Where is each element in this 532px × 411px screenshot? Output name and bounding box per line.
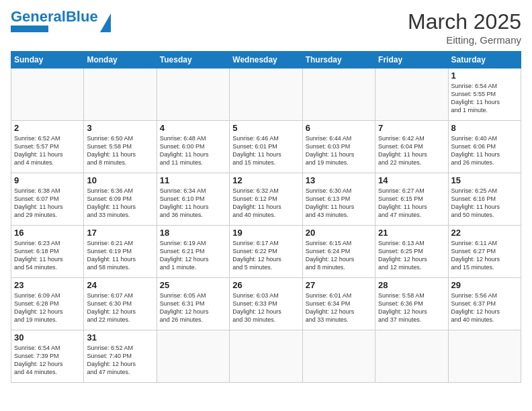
- day-number: 23: [14, 280, 81, 290]
- calendar-cell: 12Sunrise: 6:32 AM Sunset: 6:12 PM Dayli…: [230, 173, 302, 226]
- day-info: Sunrise: 6:21 AM Sunset: 6:19 PM Dayligh…: [87, 240, 136, 271]
- calendar-cell: 19Sunrise: 6:17 AM Sunset: 6:22 PM Dayli…: [230, 226, 302, 278]
- day-info: Sunrise: 6:38 AM Sunset: 6:07 PM Dayligh…: [14, 187, 63, 218]
- calendar-cell: 17Sunrise: 6:21 AM Sunset: 6:19 PM Dayli…: [84, 226, 157, 278]
- day-number: 3: [87, 123, 153, 133]
- day-number: 25: [160, 280, 226, 290]
- calendar-cell: 31Sunrise: 6:52 AM Sunset: 7:40 PM Dayli…: [84, 330, 157, 383]
- day-info: Sunrise: 5:56 AM Sunset: 6:37 PM Dayligh…: [451, 292, 500, 323]
- day-number: 2: [14, 123, 81, 133]
- day-info: Sunrise: 6:25 AM Sunset: 6:16 PM Dayligh…: [451, 187, 500, 218]
- calendar-cell: [157, 330, 229, 383]
- header: GeneralBlue March 2025 Eitting, Germany: [11, 9, 521, 46]
- calendar-table: SundayMondayTuesdayWednesdayThursdayFrid…: [11, 51, 521, 383]
- day-number: 31: [87, 332, 153, 342]
- calendar-cell: 28Sunrise: 5:58 AM Sunset: 6:36 PM Dayli…: [375, 278, 448, 330]
- day-number: 20: [306, 228, 372, 238]
- calendar-cell: 6Sunrise: 6:44 AM Sunset: 6:03 PM Daylig…: [302, 121, 375, 173]
- calendar-week-row: 23Sunrise: 6:09 AM Sunset: 6:28 PM Dayli…: [11, 278, 521, 330]
- calendar-cell: [375, 330, 448, 383]
- weekday-header-thursday: Thursday: [302, 52, 375, 68]
- calendar-cell: 8Sunrise: 6:40 AM Sunset: 6:06 PM Daylig…: [448, 121, 521, 173]
- day-number: 13: [306, 175, 372, 185]
- calendar-cell: 10Sunrise: 6:36 AM Sunset: 6:09 PM Dayli…: [84, 173, 157, 226]
- calendar-cell: 1Sunrise: 6:54 AM Sunset: 5:55 PM Daylig…: [448, 68, 521, 121]
- day-number: 17: [87, 228, 153, 238]
- calendar-cell: 21Sunrise: 6:13 AM Sunset: 6:25 PM Dayli…: [375, 226, 448, 278]
- day-info: Sunrise: 6:17 AM Sunset: 6:22 PM Dayligh…: [232, 240, 281, 271]
- day-info: Sunrise: 6:07 AM Sunset: 6:30 PM Dayligh…: [87, 292, 136, 323]
- calendar-cell: 22Sunrise: 6:11 AM Sunset: 6:27 PM Dayli…: [448, 226, 521, 278]
- day-info: Sunrise: 6:52 AM Sunset: 5:57 PM Dayligh…: [14, 135, 63, 166]
- day-number: 28: [378, 280, 445, 290]
- day-number: 26: [232, 280, 299, 290]
- logo-general: General: [11, 8, 66, 25]
- weekday-header-saturday: Saturday: [448, 52, 521, 68]
- calendar-cell: [84, 68, 157, 121]
- day-info: Sunrise: 6:03 AM Sunset: 6:33 PM Dayligh…: [232, 292, 281, 323]
- calendar-week-row: 2Sunrise: 6:52 AM Sunset: 5:57 PM Daylig…: [11, 121, 521, 173]
- day-info: Sunrise: 6:36 AM Sunset: 6:09 PM Dayligh…: [87, 187, 136, 218]
- calendar-cell: 30Sunrise: 6:54 AM Sunset: 7:39 PM Dayli…: [11, 330, 84, 383]
- title-block: March 2025 Eitting, Germany: [408, 9, 521, 46]
- day-info: Sunrise: 6:15 AM Sunset: 6:24 PM Dayligh…: [306, 240, 355, 271]
- calendar-cell: [375, 68, 448, 121]
- calendar-week-row: 9Sunrise: 6:38 AM Sunset: 6:07 PM Daylig…: [11, 173, 521, 226]
- calendar-week-row: 30Sunrise: 6:54 AM Sunset: 7:39 PM Dayli…: [11, 330, 521, 383]
- calendar-cell: 15Sunrise: 6:25 AM Sunset: 6:16 PM Dayli…: [448, 173, 521, 226]
- day-number: 1: [451, 71, 518, 81]
- calendar-week-row: 16Sunrise: 6:23 AM Sunset: 6:18 PM Dayli…: [11, 226, 521, 278]
- day-info: Sunrise: 6:19 AM Sunset: 6:21 PM Dayligh…: [160, 240, 209, 271]
- day-info: Sunrise: 6:27 AM Sunset: 6:15 PM Dayligh…: [378, 187, 427, 218]
- day-number: 15: [451, 175, 518, 185]
- day-info: Sunrise: 6:09 AM Sunset: 6:28 PM Dayligh…: [14, 292, 63, 323]
- calendar-cell: 14Sunrise: 6:27 AM Sunset: 6:15 PM Dayli…: [375, 173, 448, 226]
- calendar-cell: [302, 330, 375, 383]
- title-month: March 2025: [408, 9, 521, 34]
- calendar-cell: 4Sunrise: 6:48 AM Sunset: 6:00 PM Daylig…: [157, 121, 229, 173]
- calendar-cell: [448, 330, 521, 383]
- calendar-cell: 25Sunrise: 6:05 AM Sunset: 6:31 PM Dayli…: [157, 278, 229, 330]
- logo-blue: Blue: [66, 8, 98, 25]
- day-info: Sunrise: 6:54 AM Sunset: 7:39 PM Dayligh…: [14, 345, 63, 375]
- day-info: Sunrise: 6:30 AM Sunset: 6:13 PM Dayligh…: [306, 187, 355, 218]
- day-number: 14: [378, 175, 445, 185]
- day-info: Sunrise: 6:52 AM Sunset: 7:40 PM Dayligh…: [87, 345, 136, 375]
- calendar-cell: 9Sunrise: 6:38 AM Sunset: 6:07 PM Daylig…: [11, 173, 84, 226]
- page: GeneralBlue March 2025 Eitting, Germany …: [0, 0, 532, 411]
- calendar-cell: 26Sunrise: 6:03 AM Sunset: 6:33 PM Dayli…: [230, 278, 302, 330]
- calendar-cell: 23Sunrise: 6:09 AM Sunset: 6:28 PM Dayli…: [11, 278, 84, 330]
- weekday-header-friday: Friday: [375, 52, 448, 68]
- day-number: 24: [87, 280, 153, 290]
- calendar-cell: 11Sunrise: 6:34 AM Sunset: 6:10 PM Dayli…: [157, 173, 229, 226]
- day-number: 16: [14, 228, 81, 238]
- day-info: Sunrise: 6:44 AM Sunset: 6:03 PM Dayligh…: [306, 135, 355, 166]
- weekday-header-wednesday: Wednesday: [230, 52, 302, 68]
- day-number: 19: [232, 228, 299, 238]
- day-number: 29: [451, 280, 518, 290]
- calendar-cell: [11, 68, 84, 121]
- calendar-header-row: SundayMondayTuesdayWednesdayThursdayFrid…: [11, 52, 521, 68]
- day-number: 18: [160, 228, 226, 238]
- day-number: 5: [232, 123, 299, 133]
- weekday-header-tuesday: Tuesday: [157, 52, 229, 68]
- calendar-cell: 24Sunrise: 6:07 AM Sunset: 6:30 PM Dayli…: [84, 278, 157, 330]
- calendar-cell: 18Sunrise: 6:19 AM Sunset: 6:21 PM Dayli…: [157, 226, 229, 278]
- calendar-cell: 5Sunrise: 6:46 AM Sunset: 6:01 PM Daylig…: [230, 121, 302, 173]
- day-number: 21: [378, 228, 445, 238]
- logo-underline: [11, 26, 48, 32]
- calendar-cell: [230, 68, 302, 121]
- day-info: Sunrise: 6:34 AM Sunset: 6:10 PM Dayligh…: [160, 187, 209, 218]
- day-info: Sunrise: 5:58 AM Sunset: 6:36 PM Dayligh…: [378, 292, 427, 323]
- day-info: Sunrise: 6:48 AM Sunset: 6:00 PM Dayligh…: [160, 135, 209, 166]
- day-info: Sunrise: 6:46 AM Sunset: 6:01 PM Dayligh…: [232, 135, 281, 166]
- day-number: 10: [87, 175, 153, 185]
- logo-triangle: [100, 13, 111, 32]
- day-number: 7: [378, 123, 445, 133]
- day-number: 22: [451, 228, 518, 238]
- logo: GeneralBlue: [11, 9, 111, 32]
- day-info: Sunrise: 6:01 AM Sunset: 6:34 PM Dayligh…: [306, 292, 355, 323]
- day-info: Sunrise: 6:42 AM Sunset: 6:04 PM Dayligh…: [378, 135, 427, 166]
- day-info: Sunrise: 6:40 AM Sunset: 6:06 PM Dayligh…: [451, 135, 500, 166]
- day-info: Sunrise: 6:23 AM Sunset: 6:18 PM Dayligh…: [14, 240, 63, 271]
